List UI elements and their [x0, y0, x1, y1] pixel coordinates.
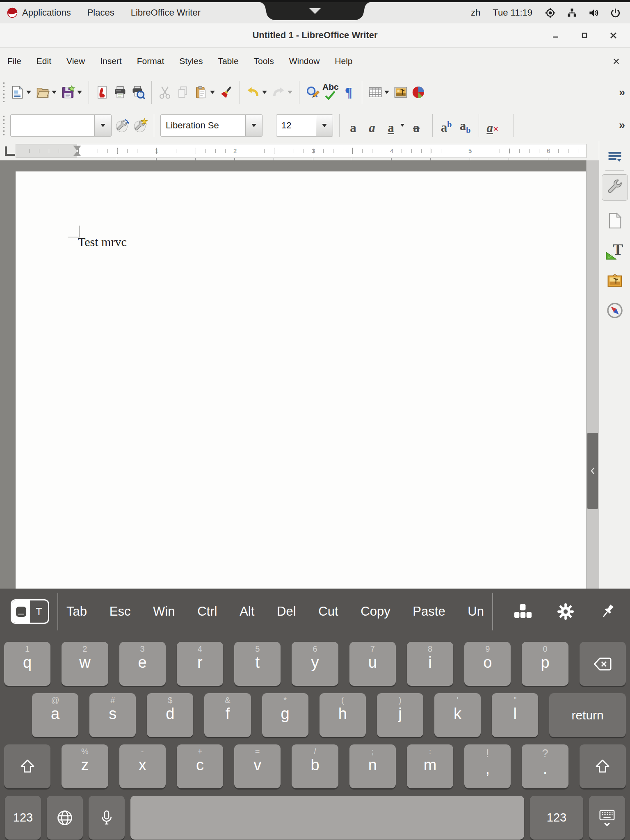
key-shift-left[interactable]: [4, 744, 50, 788]
key-b[interactable]: /b: [292, 744, 338, 788]
pull-tab[interactable]: [266, 2, 364, 20]
key-c[interactable]: +c: [177, 744, 223, 788]
applications-menu[interactable]: Applications: [7, 7, 71, 18]
save-button[interactable]: [59, 80, 77, 104]
paragraph-style-combo[interactable]: [10, 114, 112, 137]
key-globe[interactable]: [47, 796, 83, 840]
key-return[interactable]: return: [549, 693, 626, 737]
key-h[interactable]: (h: [320, 693, 366, 737]
document-page[interactable]: Test mrvc: [16, 171, 586, 589]
paste-button[interactable]: [192, 80, 210, 104]
font-name-combo[interactable]: Liberation Se: [160, 114, 262, 137]
new-style-button[interactable]: [132, 114, 150, 137]
paragraph-style-dropdown[interactable]: [94, 115, 111, 136]
undo-dropdown[interactable]: [262, 91, 267, 94]
gear-icon[interactable]: [556, 602, 575, 621]
open-button[interactable]: [34, 80, 52, 104]
sidebar-settings-icon[interactable]: [607, 150, 623, 164]
menu-insert[interactable]: Insert: [100, 56, 122, 66]
menu-edit[interactable]: Edit: [37, 56, 51, 66]
key-undo-truncated[interactable]: Un: [468, 604, 484, 619]
font-size-combo[interactable]: 12: [276, 114, 333, 137]
minimize-button[interactable]: [552, 31, 560, 39]
document-canvas[interactable]: Test mrvc: [0, 160, 599, 589]
key-u[interactable]: 7u: [349, 642, 396, 686]
key-p[interactable]: 0p: [522, 642, 568, 686]
toolbar-grip[interactable]: [2, 114, 6, 137]
key-l[interactable]: "l: [492, 693, 538, 737]
key-alt[interactable]: Alt: [240, 604, 254, 619]
key-i[interactable]: 8i: [407, 642, 453, 686]
sidebar-tab-page[interactable]: [605, 211, 625, 231]
new-document-button[interactable]: [8, 80, 26, 104]
key-s[interactable]: #s: [89, 693, 136, 737]
underline-button[interactable]: a: [381, 112, 400, 139]
pointer-mode-toggle[interactable]: T: [11, 599, 49, 624]
key-o[interactable]: 9o: [464, 642, 511, 686]
document-text[interactable]: Test mrvc: [78, 235, 127, 249]
font-size-value[interactable]: 12: [276, 115, 316, 136]
text-mode-segment[interactable]: T: [30, 600, 48, 623]
pin-icon[interactable]: [599, 603, 616, 620]
menu-view[interactable]: View: [66, 56, 85, 66]
left-indent-marker[interactable]: [73, 151, 81, 156]
sidebar-tab-styles[interactable]: T: [605, 241, 625, 260]
key-dismiss-keyboard[interactable]: [589, 796, 625, 840]
window-titlebar[interactable]: Untitled 1 - LibreOffice Writer: [0, 23, 630, 48]
key-m[interactable]: :m: [407, 744, 453, 788]
vertical-scrollbar[interactable]: [586, 160, 599, 589]
toolbar-overflow-button[interactable]: »: [619, 119, 625, 132]
clone-formatting-button[interactable]: [217, 80, 235, 104]
menu-tools[interactable]: Tools: [254, 56, 274, 66]
clock[interactable]: Tue 11:19: [493, 7, 532, 18]
key-w[interactable]: 2w: [62, 642, 108, 686]
update-style-button[interactable]: [114, 114, 132, 137]
blocks-icon[interactable]: [514, 603, 532, 621]
font-name-value[interactable]: Liberation Se: [161, 115, 245, 136]
key-tab[interactable]: Tab: [66, 604, 87, 619]
find-replace-button[interactable]: [304, 80, 322, 104]
font-size-dropdown[interactable]: [316, 115, 333, 136]
maximize-button[interactable]: [580, 31, 589, 39]
menu-format[interactable]: Format: [137, 56, 164, 66]
key-t[interactable]: 5t: [234, 642, 281, 686]
places-menu[interactable]: Places: [87, 7, 114, 18]
key-r[interactable]: 4r: [177, 642, 223, 686]
new-document-dropdown[interactable]: [26, 91, 31, 94]
key-shift-right[interactable]: [580, 744, 626, 788]
key-backspace[interactable]: [580, 642, 626, 686]
key-n[interactable]: ;n: [349, 744, 396, 788]
key-f[interactable]: &f: [204, 693, 251, 737]
key-g[interactable]: *g: [262, 693, 308, 737]
print-button[interactable]: [111, 80, 129, 104]
key-del[interactable]: Del: [277, 604, 296, 619]
menu-window[interactable]: Window: [289, 56, 320, 66]
volume-icon[interactable]: [588, 7, 599, 18]
key-k[interactable]: 'k: [434, 693, 481, 737]
sidebar-tab-gallery[interactable]: [605, 271, 625, 290]
sidebar-tab-properties[interactable]: [602, 174, 628, 201]
bold-button[interactable]: a: [344, 112, 363, 139]
menu-help[interactable]: Help: [335, 56, 352, 66]
underline-dropdown[interactable]: [400, 124, 404, 127]
close-button[interactable]: [609, 31, 618, 40]
close-document-icon[interactable]: [612, 48, 620, 75]
print-preview-button[interactable]: [129, 80, 147, 104]
sidebar-collapse-icon[interactable]: [590, 467, 595, 475]
save-dropdown[interactable]: [77, 91, 82, 94]
screen-share-icon[interactable]: [545, 7, 556, 18]
paste-dropdown[interactable]: [210, 91, 215, 94]
undo-button[interactable]: [244, 80, 262, 104]
key-mic[interactable]: [89, 796, 125, 840]
key-paste[interactable]: Paste: [413, 604, 445, 619]
key-a[interactable]: @a: [32, 693, 78, 737]
key-q[interactable]: 1q: [4, 642, 50, 686]
power-icon[interactable]: [610, 7, 621, 18]
superscript-button[interactable]: ab: [437, 112, 456, 139]
scrollbar-thumb[interactable]: [587, 433, 598, 509]
key-numbers-left[interactable]: 123: [5, 796, 41, 840]
trackpad-mode-segment[interactable]: [12, 600, 30, 623]
insert-table-button[interactable]: [366, 80, 384, 104]
first-line-indent-marker[interactable]: [73, 146, 81, 151]
paragraph-style-value[interactable]: [11, 115, 94, 136]
